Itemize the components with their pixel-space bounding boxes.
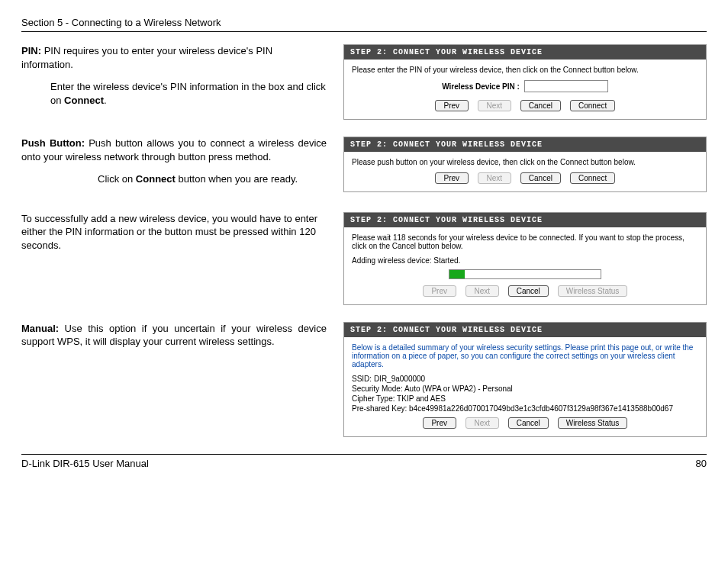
cancel-button[interactable]: Cancel [508, 285, 549, 297]
manual-text: Manual: Use this option if you uncertain… [21, 322, 327, 358]
ssid-line: SSID: DIR_9a000000 [352, 375, 698, 383]
section-label: Section 5 - Connecting to a Wireless Net… [21, 17, 221, 28]
panel-manual-instr: Below is a detailed summary of your wire… [352, 343, 698, 368]
panel-pin-instr: Please enter the PIN of your wireless de… [352, 66, 698, 74]
panel-pin: STEP 2: CONNECT YOUR WIRELESS DEVICE Ple… [343, 44, 707, 120]
mid-para: To successfully add a new wireless devic… [21, 212, 327, 253]
panel-progress-body: Please wait 118 seconds for your wireles… [344, 227, 706, 304]
pin-text: PIN: PIN requires you to enter your wire… [21, 44, 327, 116]
panel-progress-instr: Please wait 118 seconds for your wireles… [352, 233, 698, 250]
connect-button[interactable]: Connect [570, 100, 615, 111]
panel-progress-header: STEP 2: CONNECT YOUR WIRELESS DEVICE [344, 213, 706, 227]
wireless-status-button: Wireless Status [558, 285, 627, 297]
page-footer: D-Link DIR-615 User Manual 80 [21, 454, 707, 469]
next-button: Next [478, 172, 511, 184]
panel-manual-header: STEP 2: CONNECT YOUR WIRELESS DEVICE [344, 323, 706, 337]
next-button: Next [478, 100, 511, 111]
row-push: Push Button: Push button allows you to c… [21, 137, 707, 195]
row-progress: To successfully add a new wireless devic… [21, 212, 707, 305]
footer-page-number: 80 [696, 458, 707, 469]
next-button: Next [465, 285, 499, 297]
panel-manual-buttons: Prev Next Cancel Wireless Status [352, 417, 698, 429]
push-text: Push Button: Push button allows you to c… [21, 137, 327, 195]
manual-term: Manual: [21, 323, 59, 334]
panel-manual-body: Below is a detailed summary of your wire… [344, 337, 706, 436]
pin-term: PIN: [21, 45, 41, 56]
wireless-device-pin-input[interactable] [524, 80, 608, 92]
pin-input-row: Wireless Device PIN : [352, 80, 698, 92]
panel-push-col: STEP 2: CONNECT YOUR WIRELESS DEVICE Ple… [343, 137, 707, 192]
connect-button[interactable]: Connect [570, 172, 615, 184]
panel-push-header: STEP 2: CONNECT YOUR WIRELESS DEVICE [344, 137, 706, 152]
secmode-line: Security Mode: Auto (WPA or WPA2) - Pers… [352, 384, 698, 393]
pin-input-label: Wireless Device PIN : [442, 82, 520, 91]
panel-manual: STEP 2: CONNECT YOUR WIRELESS DEVICE Bel… [343, 322, 707, 437]
progress-bar [449, 269, 601, 279]
panel-pin-buttons: Prev Next Cancel Connect [352, 100, 698, 111]
manual-desc: Manual: Use this option if you uncertain… [21, 322, 327, 349]
panel-push-buttons: Prev Next Cancel Connect [352, 172, 698, 184]
footer-manual-label: D-Link DIR-615 User Manual [21, 458, 149, 469]
pin-desc-1: PIN: PIN requires you to enter your wire… [21, 44, 327, 71]
panel-progress-status: Adding wireless device: Started. [352, 256, 698, 265]
prev-button: Prev [423, 285, 456, 297]
page-header: Section 5 - Connecting to a Wireless Net… [21, 17, 707, 32]
pin-desc-a: PIN requires you to enter your wireless … [21, 45, 272, 70]
row-manual: Manual: Use this option if you uncertain… [21, 322, 707, 437]
panel-push-instr: Please push button on your wireless devi… [352, 158, 698, 166]
pin-desc-2: Enter the wireless device's PIN informat… [21, 80, 327, 107]
panel-progress-col: STEP 2: CONNECT YOUR WIRELESS DEVICE Ple… [343, 212, 707, 305]
panel-progress-buttons: Prev Next Cancel Wireless Status [352, 285, 698, 297]
wireless-status-button[interactable]: Wireless Status [558, 417, 627, 429]
push-term: Push Button: [21, 137, 85, 149]
panel-pin-header: STEP 2: CONNECT YOUR WIRELESS DEVICE [344, 45, 706, 60]
panel-push: STEP 2: CONNECT YOUR WIRELESS DEVICE Ple… [343, 137, 707, 192]
cipher-line: Cipher Type: TKIP and AES [352, 394, 698, 403]
prev-button[interactable]: Prev [435, 172, 469, 184]
progress-text: To successfully add a new wireless devic… [21, 212, 327, 262]
progress-fill [449, 270, 465, 278]
cancel-button[interactable]: Cancel [520, 172, 561, 184]
progress-wrap [449, 269, 601, 279]
cancel-button[interactable]: Cancel [520, 100, 561, 111]
prev-button[interactable]: Prev [435, 100, 469, 111]
manual-desc-body: Use this option if you uncertain if your… [21, 323, 327, 348]
panel-pin-col: STEP 2: CONNECT YOUR WIRELESS DEVICE Ple… [343, 44, 707, 120]
panel-progress: STEP 2: CONNECT YOUR WIRELESS DEVICE Ple… [343, 212, 707, 305]
panel-manual-col: STEP 2: CONNECT YOUR WIRELESS DEVICE Bel… [343, 322, 707, 437]
panel-pin-body: Please enter the PIN of your wireless de… [344, 60, 706, 119]
push-desc-1: Push Button: Push button allows you to c… [21, 137, 327, 163]
cancel-button[interactable]: Cancel [508, 417, 549, 429]
prev-button[interactable]: Prev [423, 417, 456, 429]
next-button: Next [465, 417, 499, 429]
psk-line: Pre-shared Key: b4ce49981a226d070017049b… [352, 404, 698, 413]
push-desc-2: Click on Connect button when you are rea… [21, 172, 327, 186]
panel-push-body: Please push button on your wireless devi… [344, 152, 706, 191]
row-pin: PIN: PIN requires you to enter your wire… [21, 44, 707, 120]
